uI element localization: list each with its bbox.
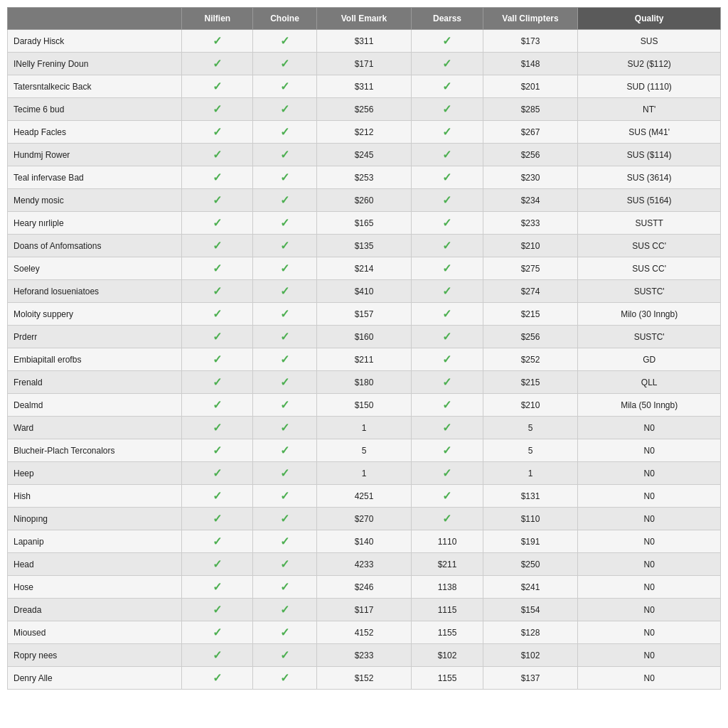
check-icon: ✓ <box>280 194 289 206</box>
cell-quality: N0 <box>578 599 721 621</box>
check-icon: ✓ <box>280 149 289 161</box>
cell-dearss: ✓ <box>412 462 483 485</box>
cell-choine: ✓ <box>253 98 316 121</box>
check-icon: ✓ <box>213 604 222 616</box>
cell-dearss: ✓ <box>412 189 483 212</box>
cell-dearss: ✓ <box>412 348 483 371</box>
cell-dearss: ✓ <box>412 98 483 121</box>
table-row: Denry Alle✓✓$1521155$137N0 <box>8 667 721 690</box>
check-icon: ✓ <box>442 58 451 70</box>
cell-quality: N0 <box>578 576 721 599</box>
check-icon: ✓ <box>442 353 451 365</box>
cell-name: Lapanip <box>8 530 182 553</box>
cell-name: Doans of Anfomsations <box>8 235 182 257</box>
check-icon: ✓ <box>442 262 451 274</box>
cell-vall: $215 <box>483 371 578 394</box>
check-icon: ✓ <box>213 80 222 92</box>
check-icon: ✓ <box>213 513 222 525</box>
cell-dearss: ✓ <box>412 166 483 189</box>
cell-name: INelly Freniny Doun <box>8 53 182 75</box>
cell-dearss: ✓ <box>412 394 483 417</box>
cell-name: Soeley <box>8 257 182 280</box>
table-row: Mioused✓✓41521155$128N0 <box>8 621 721 644</box>
check-icon: ✓ <box>442 422 451 434</box>
table-row: Headp Facles✓✓$212✓$267SUS (M41' <box>8 121 721 144</box>
header-row: Nilfien Choine Voll Emaırk Dearss Vall C… <box>8 8 721 30</box>
check-icon: ✓ <box>213 217 222 229</box>
cell-choine: ✓ <box>253 530 316 553</box>
cell-nilfien: ✓ <box>182 576 253 599</box>
cell-vall: $191 <box>483 530 578 553</box>
cell-vall: 5 <box>483 417 578 439</box>
cell-choine: ✓ <box>253 144 316 166</box>
cell-vall: $131 <box>483 485 578 508</box>
cell-name: Ward <box>8 417 182 439</box>
table-row: Doans of Anfomsations✓✓$135✓$210SUS CC' <box>8 235 721 257</box>
cell-quality: N0 <box>578 439 721 462</box>
check-icon: ✓ <box>280 467 289 479</box>
table-row: Head✓✓4233$211$250N0 <box>8 553 721 576</box>
cell-dearss: ✓ <box>412 417 483 439</box>
check-icon: ✓ <box>213 171 222 183</box>
check-icon: ✓ <box>280 649 289 661</box>
cell-name: Heep <box>8 462 182 485</box>
cell-choine: ✓ <box>253 599 316 621</box>
cell-choine: ✓ <box>253 371 316 394</box>
cell-nilfien: ✓ <box>182 394 253 417</box>
table-row: Soeley✓✓$214✓$275SUS CC' <box>8 257 721 280</box>
cell-voll: $117 <box>316 599 412 621</box>
cell-dearss: ✓ <box>412 303 483 326</box>
cell-voll: $165 <box>316 212 412 235</box>
cell-voll: $150 <box>316 394 412 417</box>
check-icon: ✓ <box>213 422 222 434</box>
cell-voll: $171 <box>316 53 412 75</box>
cell-name: Headp Facles <box>8 121 182 144</box>
check-icon: ✓ <box>213 581 222 593</box>
check-icon: ✓ <box>280 80 289 92</box>
cell-quality: SUS (5164) <box>578 189 721 212</box>
cell-nilfien: ✓ <box>182 257 253 280</box>
cell-choine: ✓ <box>253 576 316 599</box>
table-row: Moloity suppery✓✓$157✓$215Milo (30 Inngb… <box>8 303 721 326</box>
cell-name: Moloity suppery <box>8 303 182 326</box>
cell-dearss: ✓ <box>412 53 483 75</box>
cell-vall: $250 <box>483 553 578 576</box>
check-icon: ✓ <box>442 149 451 161</box>
cell-choine: ✓ <box>253 212 316 235</box>
check-icon: ✓ <box>280 331 289 343</box>
cell-choine: ✓ <box>253 303 316 326</box>
cell-vall: $267 <box>483 121 578 144</box>
check-icon: ✓ <box>213 467 222 479</box>
cell-vall: 1 <box>483 462 578 485</box>
cell-voll: $311 <box>316 30 412 53</box>
cell-nilfien: ✓ <box>182 667 253 690</box>
cell-voll: $157 <box>316 303 412 326</box>
check-icon: ✓ <box>213 35 222 47</box>
cell-name: Head <box>8 553 182 576</box>
cell-name: Prderr <box>8 326 182 348</box>
cell-vall: $241 <box>483 576 578 599</box>
cell-nilfien: ✓ <box>182 530 253 553</box>
check-icon: ✓ <box>280 353 289 365</box>
cell-voll: $212 <box>316 121 412 144</box>
cell-dearss: ✓ <box>412 439 483 462</box>
cell-quality: SUD (1110) <box>578 75 721 98</box>
check-icon: ✓ <box>280 285 289 297</box>
col-header-choine: Choine <box>253 8 316 30</box>
cell-vall: $201 <box>483 75 578 98</box>
cell-name: Mioused <box>8 621 182 644</box>
cell-choine: ✓ <box>253 30 316 53</box>
check-icon: ✓ <box>213 558 222 570</box>
cell-vall: $210 <box>483 394 578 417</box>
cell-quality: N0 <box>578 667 721 690</box>
table-row: Tecime 6 bud✓✓$256✓$285NT' <box>8 98 721 121</box>
cell-quality: SUS CC' <box>578 257 721 280</box>
check-icon: ✓ <box>213 490 222 502</box>
table-row: Mendy mosic✓✓$260✓$234SUS (5164) <box>8 189 721 212</box>
cell-vall: $233 <box>483 212 578 235</box>
check-icon: ✓ <box>213 285 222 297</box>
cell-vall: $137 <box>483 667 578 690</box>
cell-quality: SUS <box>578 30 721 53</box>
check-icon: ✓ <box>280 558 289 570</box>
check-icon: ✓ <box>280 376 289 388</box>
